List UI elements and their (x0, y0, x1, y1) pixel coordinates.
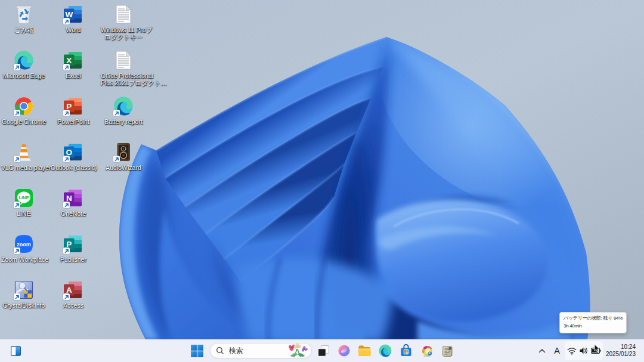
desktop-icon[interactable]: Office Professional Plus 2021プロダクト… (101, 50, 146, 86)
desktop-icon-image (14, 50, 34, 70)
desktop-icon-label: ごみ箱 (1, 27, 47, 34)
edge-taskbar-button[interactable] (376, 341, 394, 360)
widgets-button[interactable] (5, 341, 26, 360)
shortcut-arrow-icon (14, 110, 20, 116)
desktop-icon[interactable]: P Publisher (51, 234, 96, 264)
color-wheel-app-icon (421, 345, 434, 357)
color-wheel-app-button[interactable] (418, 341, 436, 360)
desktop-icon-label: LINE (1, 211, 47, 218)
copilot-icon (338, 344, 351, 357)
shortcut-arrow-icon (14, 293, 20, 300)
desktop-icon-image: X (63, 50, 83, 70)
shortcut-arrow-icon (63, 247, 70, 254)
search-placeholder: 検索 (229, 346, 243, 356)
desktop-icon[interactable]: Battery report (101, 96, 146, 126)
desktop-icon[interactable]: AudioWizard (101, 142, 146, 172)
file-explorer-button[interactable] (355, 341, 373, 360)
desktop-icon-label: Microsoft Edge (1, 73, 47, 80)
shortcut-arrow-glyph (64, 202, 70, 208)
desktop-icon-label: Office Professional Plus 2021プロダクト… (101, 73, 146, 86)
desktop-icon[interactable]: Windows 11 Proプ ロダクトキー (101, 4, 146, 41)
desktop-icon-image (113, 50, 134, 70)
shortcut-arrow-glyph (14, 294, 20, 300)
shortcut-arrow-glyph (14, 64, 20, 70)
desktop-icon-label: Battery report (101, 119, 146, 126)
desktop-icon-image (113, 4, 134, 24)
chevron-up-icon (538, 348, 546, 353)
desktop-icon[interactable]: VLC media player (1, 142, 47, 172)
tray-overflow-button[interactable] (534, 341, 550, 360)
widgets-icon (11, 346, 21, 356)
ime-mode-button[interactable]: A (550, 341, 564, 360)
desktop-icon-label: Zoom Workplace (1, 256, 47, 264)
desktop-icon[interactable]: Microsoft Edge (1, 50, 47, 80)
desktop-icon[interactable]: LINE LINE (1, 188, 47, 218)
shortcut-arrow-glyph (114, 156, 120, 162)
shortcut-arrow-icon (63, 18, 70, 24)
task-view-icon (317, 345, 330, 357)
microsoft-store-icon (400, 344, 413, 357)
desktop-icon-label: Word (51, 27, 96, 34)
paper-app-button[interactable] (438, 341, 456, 360)
tray-date: 2025/01/23 (606, 351, 636, 358)
recycle-bin-icon (15, 5, 33, 24)
search-box[interactable]: 検索 (210, 343, 312, 358)
desktop-icon-image: LINE (14, 188, 34, 208)
desktop-icon-image (14, 96, 34, 116)
shortcut-arrow-icon (113, 156, 120, 162)
desktop-icon-image: W (63, 4, 83, 24)
shortcut-arrow-glyph (64, 294, 70, 300)
desktop-icon-label: Access (51, 302, 96, 310)
shortcut-arrow-glyph (14, 110, 20, 116)
desktop-icon-label: OneNote (51, 211, 96, 218)
desktop-icon[interactable]: P PowerPoint (51, 96, 96, 126)
desktop-icon-label: CrystalDiskInfo (1, 302, 47, 310)
search-icon (216, 346, 224, 355)
shortcut-arrow-glyph (64, 64, 70, 70)
clock-button[interactable]: 10:24 2025/01/23 (603, 341, 638, 360)
shortcut-arrow-icon (63, 293, 70, 300)
desktop-icon-label: AudioWizard (101, 165, 146, 172)
microsoft-store-button[interactable] (397, 341, 415, 360)
desktop-icon[interactable]: W Word (51, 4, 96, 34)
shortcut-arrow-glyph (114, 110, 120, 116)
desktop-icon-label: PowerPoint (51, 119, 96, 126)
desktop-icon-image: P (63, 96, 83, 116)
battery-tooltip: バッテリーの状態: 残り 94%3h 40min (559, 312, 627, 333)
desktop-icon-image (113, 142, 134, 162)
desktop-icon[interactable]: O Outlook (classic) (51, 142, 96, 172)
desktop-icon-image (14, 4, 34, 24)
desktop-icon-label: VLC media player (1, 165, 47, 172)
copilot-button[interactable] (335, 341, 353, 360)
shortcut-arrow-icon (14, 64, 20, 70)
ime-mode-label: A (554, 346, 560, 355)
file-explorer-icon (358, 344, 371, 358)
desktop-icon-image (113, 96, 134, 116)
desktop-icon[interactable]: ごみ箱 (1, 4, 47, 34)
wifi-icon (567, 347, 577, 355)
mouse-cursor (594, 344, 601, 353)
start-button[interactable] (186, 341, 208, 360)
desktop-icon[interactable]: N OneNote (51, 188, 96, 218)
shortcut-arrow-glyph (14, 156, 20, 162)
desktop-icon-image: A (63, 280, 83, 300)
edge-icon (379, 344, 392, 357)
start-icon (191, 345, 203, 357)
task-view-button[interactable] (314, 341, 332, 360)
desktop-icon[interactable]: zoom Zoom Workplace (1, 234, 47, 264)
desktop-icon[interactable]: CrystalDiskInfo (1, 280, 47, 310)
shortcut-arrow-icon (14, 156, 20, 162)
shortcut-arrow-glyph (14, 202, 20, 208)
desktop-icon[interactable]: A Access (51, 280, 96, 310)
text-file-icon (116, 5, 131, 24)
desktop-icon-image: P (63, 234, 83, 254)
desktop-icon[interactable]: Google Chrome (1, 96, 47, 126)
search-flowers-illustration (285, 343, 310, 358)
desktop-icon[interactable]: X Excel (51, 50, 96, 80)
shortcut-arrow-icon (63, 64, 70, 70)
desktop-icon-label: Publisher (51, 256, 96, 264)
desktop-icon-image: N (63, 188, 83, 208)
shortcut-arrow-glyph (64, 156, 70, 162)
desktop-icon-image: O (63, 142, 83, 162)
taskbar: 検索 (0, 339, 644, 362)
